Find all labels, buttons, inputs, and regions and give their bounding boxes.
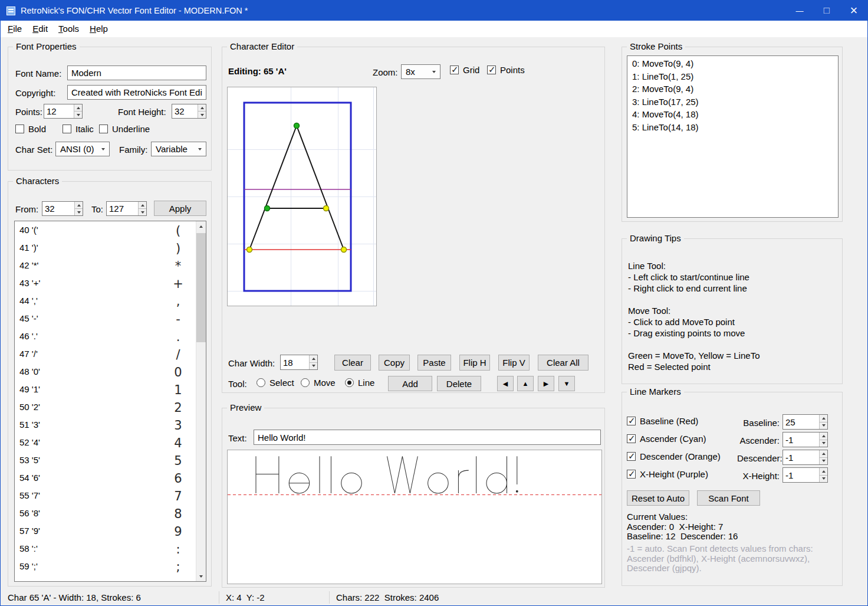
char-list-item[interactable]: 50 '2'2: [15, 399, 196, 417]
font-height-spinner[interactable]: [172, 104, 206, 119]
tool-move-radio[interactable]: Move: [301, 378, 336, 388]
descender-input[interactable]: [783, 450, 819, 464]
points-down-button[interactable]: [74, 112, 82, 118]
menu-help[interactable]: Help: [84, 21, 113, 37]
char-list-item[interactable]: 54 '6'6: [15, 470, 196, 487]
scan-font-button[interactable]: Scan Font: [697, 490, 760, 506]
bold-checkbox[interactable]: Bold: [15, 124, 46, 134]
ascender-down-button[interactable]: [820, 440, 827, 447]
char-list-item[interactable]: 51 '3'3: [15, 417, 196, 434]
clear-all-button[interactable]: Clear All: [538, 355, 588, 371]
char-width-spinner[interactable]: [280, 355, 318, 370]
italic-checkbox[interactable]: Italic: [63, 124, 94, 134]
char-list-item[interactable]: 45 '-'-: [15, 310, 196, 328]
descender-spinner[interactable]: [782, 450, 828, 465]
ascender-checkbox[interactable]: Ascender (Cyan): [627, 434, 706, 444]
baseline-up-button[interactable]: [820, 415, 827, 422]
ascender-up-button[interactable]: [820, 433, 827, 440]
char-list-item[interactable]: 42 '*'*: [15, 257, 196, 275]
add-button[interactable]: Add: [388, 376, 432, 391]
lineto-point[interactable]: [324, 206, 329, 211]
xheight-up-button[interactable]: [820, 468, 827, 476]
font-height-down-button[interactable]: [198, 112, 206, 118]
char-list-item[interactable]: 56 '8'8: [15, 505, 196, 523]
flip-h-button[interactable]: Flip H: [459, 355, 490, 371]
char-list-item[interactable]: 43 '+'+: [15, 275, 196, 293]
descender-down-button[interactable]: [820, 458, 827, 465]
underline-checkbox[interactable]: Underline: [99, 124, 150, 134]
preview-text-input[interactable]: [254, 430, 601, 445]
lineto-point[interactable]: [341, 247, 347, 253]
font-name-input[interactable]: [67, 65, 206, 80]
lineto-point[interactable]: [247, 247, 252, 253]
char-list-item[interactable]: 52 '4'4: [15, 434, 196, 452]
stroke-point-item[interactable]: 2: MoveTo(9, 4): [627, 83, 838, 96]
moveto-point[interactable]: [294, 123, 300, 129]
font-height-up-button[interactable]: [198, 104, 206, 112]
char-width-up-button[interactable]: [310, 355, 317, 363]
flip-v-button[interactable]: Flip V: [498, 355, 530, 371]
reset-to-auto-button[interactable]: Reset to Auto: [627, 490, 689, 506]
from-input[interactable]: [42, 202, 74, 215]
close-button[interactable]: [840, 1, 867, 21]
stroke-point-item[interactable]: 0: MoveTo(9, 4): [627, 57, 838, 70]
copy-button[interactable]: Copy: [379, 355, 410, 371]
xheight-checkbox[interactable]: X-Height (Purple): [627, 469, 708, 479]
baseline-checkbox[interactable]: Baseline (Red): [627, 416, 698, 426]
minimize-button[interactable]: [786, 1, 813, 21]
char-list-scrollbar[interactable]: [196, 221, 206, 581]
char-set-dropdown[interactable]: ANSI (0): [55, 142, 110, 156]
scroll-up-button[interactable]: [196, 221, 206, 231]
char-list-item[interactable]: 48 '0'0: [15, 363, 196, 381]
zoom-dropdown[interactable]: 8x: [401, 64, 440, 79]
xheight-input[interactable]: [783, 468, 819, 482]
font-height-input[interactable]: [172, 104, 198, 118]
glyph-canvas[interactable]: [227, 87, 377, 306]
stroke-point-item[interactable]: 3: LineTo(17, 25): [627, 96, 838, 109]
char-list-item[interactable]: 55 '7'7: [15, 487, 196, 505]
to-down-button[interactable]: [139, 209, 146, 215]
char-list-item[interactable]: 46 '.'.: [15, 328, 196, 346]
clear-button[interactable]: Clear: [334, 355, 371, 371]
char-list-item[interactable]: 57 '9'9: [15, 523, 196, 541]
scroll-thumb[interactable]: [196, 233, 206, 342]
char-list-item[interactable]: 49 '1'1: [15, 381, 196, 399]
scroll-down-button[interactable]: [196, 571, 206, 581]
char-list-item[interactable]: 59 ';';: [15, 558, 196, 576]
maximize-button[interactable]: [813, 1, 840, 21]
descender-up-button[interactable]: [820, 450, 827, 458]
from-down-button[interactable]: [75, 209, 83, 215]
nudge-down-button[interactable]: ▼: [558, 376, 575, 391]
char-list-item[interactable]: 40 '('(: [15, 222, 196, 240]
baseline-down-button[interactable]: [820, 422, 827, 430]
stroke-point-item[interactable]: 4: MoveTo(4, 18): [627, 108, 838, 121]
to-input[interactable]: [107, 202, 138, 215]
menu-tools[interactable]: Tools: [53, 21, 84, 37]
points-input[interactable]: [44, 104, 74, 118]
ascender-input[interactable]: [783, 433, 819, 447]
char-list-item[interactable]: 41 ')'): [15, 240, 196, 257]
tool-select-radio[interactable]: Select: [257, 378, 294, 388]
char-list-item[interactable]: 53 '5'5: [15, 452, 196, 470]
from-spinner[interactable]: [42, 201, 83, 216]
xheight-down-button[interactable]: [820, 476, 827, 483]
copyright-input[interactable]: [67, 85, 206, 100]
points-spinner[interactable]: [44, 104, 83, 119]
from-up-button[interactable]: [75, 202, 83, 209]
descender-checkbox[interactable]: Descender (Orange): [627, 451, 721, 461]
tool-line-radio[interactable]: Line: [345, 378, 374, 388]
menu-edit[interactable]: Edit: [27, 21, 53, 37]
to-up-button[interactable]: [139, 202, 146, 209]
grid-checkbox[interactable]: Grid: [450, 65, 479, 75]
xheight-spinner[interactable]: [782, 467, 828, 483]
baseline-spinner[interactable]: [782, 414, 828, 430]
to-spinner[interactable]: [106, 201, 147, 216]
char-list-item[interactable]: 58 ':':: [15, 541, 196, 558]
nudge-left-button[interactable]: ◀: [497, 376, 514, 391]
nudge-right-button[interactable]: ▶: [538, 376, 554, 391]
points-up-button[interactable]: [74, 104, 82, 112]
char-width-input[interactable]: [281, 355, 309, 369]
char-list-item[interactable]: 47 '/'/: [15, 346, 196, 363]
stroke-point-item[interactable]: 5: LineTo(14, 18): [627, 121, 838, 134]
nudge-up-button[interactable]: ▲: [517, 376, 534, 391]
